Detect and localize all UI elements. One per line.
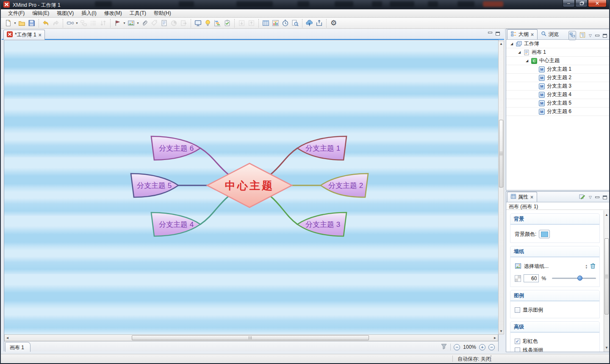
tree-item-0[interactable]: ◢工作簿: [506, 40, 610, 48]
scroll-right-icon[interactable]: ►: [492, 335, 498, 341]
tab-outline[interactable]: 大纲 ×: [507, 29, 538, 39]
tab-properties-close-icon[interactable]: ×: [530, 194, 533, 200]
menu-item-0[interactable]: 文件(F): [4, 9, 28, 18]
tree-item-5[interactable]: M分支主题 3: [506, 82, 610, 91]
branch-topic-6[interactable]: 分支主题 6: [151, 136, 200, 160]
export-button[interactable]: [314, 18, 324, 28]
menu-item-5[interactable]: 工具(T): [126, 9, 150, 18]
undo-button[interactable]: [41, 18, 51, 28]
editor-minimize-icon[interactable]: [488, 32, 492, 33]
spreadsheet-button[interactable]: [261, 18, 271, 28]
task-info-button[interactable]: [222, 18, 232, 28]
tree-item-8[interactable]: M分支主题 6: [506, 108, 610, 116]
mindmap-canvas[interactable]: 分支主题 1 分支主题 2 分支主题 3 分支主题 4 分支主题 5 分支主题 …: [4, 41, 498, 334]
new-dropdown-caret[interactable]: ▾: [13, 21, 17, 25]
sheet-tab[interactable]: 画布 1: [5, 342, 30, 352]
branch-topic-4[interactable]: 分支主题 4: [151, 212, 200, 236]
properties-scroll-thumb[interactable]: [604, 238, 609, 314]
hyperlink-button[interactable]: [179, 18, 189, 28]
properties-scroll-up-icon[interactable]: ▲: [604, 212, 609, 217]
settings-button[interactable]: ⚙: [329, 18, 338, 28]
open-button[interactable]: [17, 18, 27, 28]
audio-note-button[interactable]: [169, 18, 179, 28]
branch-topic-2[interactable]: 分支主题 2: [321, 174, 368, 197]
menu-item-6[interactable]: 帮助(H): [150, 9, 175, 18]
wallpaper-delete-icon[interactable]: [590, 262, 596, 270]
scroll-left-icon[interactable]: ◄: [5, 335, 10, 341]
close-button[interactable]: ✕: [588, 0, 607, 7]
opacity-slider-thumb[interactable]: [577, 276, 582, 281]
expand-arrow-icon[interactable]: ◢: [517, 50, 521, 54]
tab-properties[interactable]: 属性 ×: [507, 192, 537, 202]
insert-subtopic-button[interactable]: [79, 18, 89, 28]
tree-item-1[interactable]: ◢画布 1: [506, 48, 610, 57]
horizontal-scroll-thumb[interactable]: [132, 335, 369, 340]
outline-maximize-icon[interactable]: [603, 34, 607, 38]
tree-item-4[interactable]: M分支主题 2: [506, 74, 610, 82]
opacity-input[interactable]: [524, 274, 539, 282]
redo-button[interactable]: [51, 18, 61, 28]
zoom-in-button[interactable]: +: [479, 344, 485, 350]
tree-item-6[interactable]: M分支主题 4: [506, 91, 610, 99]
scroll-up-icon[interactable]: ▲: [499, 41, 504, 47]
expand-arrow-icon[interactable]: ◢: [525, 59, 529, 63]
menu-item-2[interactable]: 视图(V): [53, 9, 78, 18]
insert-topic-button[interactable]: [65, 18, 75, 28]
save-button[interactable]: [27, 18, 36, 28]
notes-button[interactable]: [159, 18, 169, 28]
zoom-reset-button[interactable]: −: [488, 344, 495, 350]
presentation-button[interactable]: [193, 18, 203, 28]
wallpaper-select-link[interactable]: 选择墙纸...: [524, 263, 549, 270]
sort-button[interactable]: [98, 18, 108, 28]
properties-menu-icon[interactable]: ▽: [589, 196, 592, 199]
tree-item-3[interactable]: M分支主题 1: [506, 65, 610, 74]
minimize-button[interactable]: [563, 0, 575, 7]
properties-maximize-icon[interactable]: [603, 196, 607, 199]
menu-item-4[interactable]: 修改(M): [100, 9, 126, 18]
wallpaper-spinner[interactable]: ▴▾: [585, 264, 587, 269]
central-topic[interactable]: 中心主题: [207, 163, 292, 207]
label-button[interactable]: [150, 18, 159, 28]
properties-scrollbar[interactable]: ▲ ▼: [604, 210, 610, 352]
drill-up-button[interactable]: [247, 18, 256, 28]
menu-item-1[interactable]: 编辑(E): [28, 9, 53, 18]
new-workbook-button[interactable]: [3, 18, 13, 28]
restore-button[interactable]: [575, 0, 588, 7]
filter-icon[interactable]: [441, 343, 447, 351]
timer-button[interactable]: [280, 18, 290, 28]
tab-close-icon[interactable]: ×: [39, 32, 42, 38]
opacity-slider[interactable]: [552, 278, 596, 279]
preview-button[interactable]: [290, 18, 300, 28]
editor-maximize-icon[interactable]: [496, 32, 500, 36]
background-color-swatch[interactable]: [539, 230, 550, 238]
map-view-button[interactable]: [568, 31, 576, 40]
tab-browse[interactable]: 浏览: [538, 29, 562, 39]
marker-button[interactable]: [113, 18, 122, 28]
expand-arrow-icon[interactable]: ◢: [510, 42, 514, 46]
brainstorming-button[interactable]: [203, 18, 213, 28]
show-legend-checkbox[interactable]: [515, 307, 520, 313]
branch-topic-3[interactable]: 分支主题 3: [297, 212, 347, 236]
branch-topic-1[interactable]: 分支主题 1: [297, 136, 347, 160]
image-button[interactable]: [126, 18, 136, 28]
advanced-checkbox-1[interactable]: [515, 347, 520, 352]
zoom-out-button[interactable]: −: [454, 344, 460, 350]
drill-down-button[interactable]: [237, 18, 247, 28]
advanced-checkbox-0[interactable]: ✓: [515, 339, 520, 344]
vertical-scroll-thumb[interactable]: [499, 120, 503, 188]
workbook-tab[interactable]: *工作簿 1 ×: [3, 30, 45, 40]
upload-share-button[interactable]: [305, 18, 314, 28]
gantt-button[interactable]: [213, 18, 222, 28]
scroll-down-icon[interactable]: ▼: [499, 328, 504, 334]
properties-minimize-icon[interactable]: [595, 196, 599, 198]
image-caret[interactable]: ▾: [136, 21, 140, 25]
canvas-vertical-scrollbar[interactable]: ▲ ▼: [498, 41, 504, 334]
tree-item-7[interactable]: M分支主题 5: [506, 99, 610, 108]
numbering-button[interactable]: [89, 18, 98, 28]
canvas-horizontal-scrollbar[interactable]: ◄ ►: [4, 334, 498, 341]
properties-scroll-down-icon[interactable]: ▼: [604, 345, 609, 350]
insert-topic-caret[interactable]: ▾: [75, 21, 79, 25]
tree-item-2[interactable]: ◢C中心主题: [506, 57, 610, 65]
marker-caret[interactable]: ▾: [122, 21, 126, 25]
view-menu-icon[interactable]: ▽: [589, 34, 592, 38]
